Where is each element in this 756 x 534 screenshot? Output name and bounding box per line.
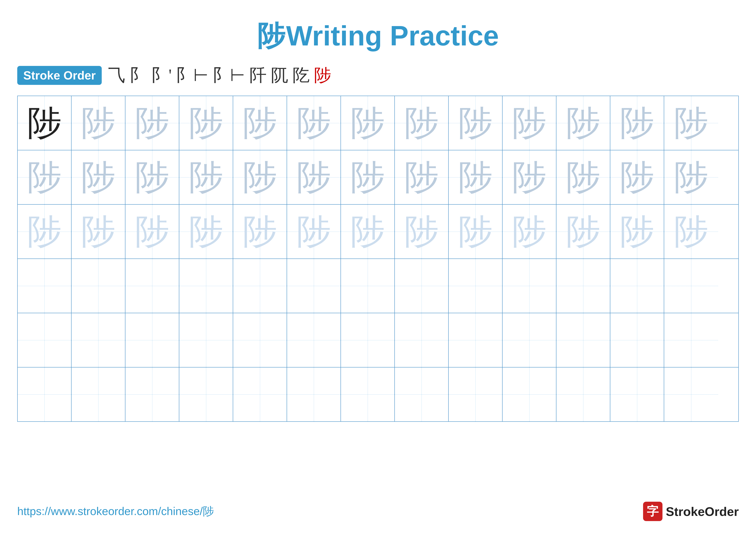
grid-cell-6-3[interactable] [125,368,179,421]
grid-cell-5-9[interactable] [449,313,502,367]
stroke-step-7: 阢 [271,64,288,87]
grid-cell-2-5[interactable]: 陟 [233,150,287,204]
grid-cell-4-9[interactable] [449,259,502,313]
grid-cell-5-12[interactable] [610,313,664,367]
grid-cell-5-2[interactable] [71,313,125,367]
stroke-steps: ⺄ 阝 阝' 阝⊢ 阝⊢ 阡 阢 阣 陟 [108,64,331,87]
grid-cell-5-13[interactable] [664,313,718,367]
stroke-order-badge: Stroke Order [17,66,102,85]
grid-cell-4-8[interactable] [395,259,449,313]
grid-cell-6-1[interactable] [18,368,71,421]
grid-cell-1-12[interactable]: 陟 [610,96,664,150]
grid-cell-6-8[interactable] [395,368,449,421]
stroke-step-8: 阣 [292,64,310,87]
char-display: 陟 [27,106,62,140]
grid-cell-3-3[interactable]: 陟 [125,205,179,259]
footer-url[interactable]: https://www.strokeorder.com/chinese/陟 [17,504,214,519]
grid-cell-4-1[interactable] [18,259,71,313]
stroke-step-4: 阝⊢ [176,64,208,87]
grid-cell-6-5[interactable] [233,368,287,421]
grid-cell-5-7[interactable] [341,313,395,367]
grid-cell-4-10[interactable] [502,259,556,313]
grid-cell-2-2[interactable]: 陟 [71,150,125,204]
grid-cell-1-9[interactable]: 陟 [449,96,502,150]
grid-cell-3-9[interactable]: 陟 [449,205,502,259]
grid-cell-6-6[interactable] [287,368,341,421]
stroke-step-3: 阝' [151,64,172,87]
grid-cell-2-11[interactable]: 陟 [556,150,610,204]
grid-cell-3-10[interactable]: 陟 [502,205,556,259]
stroke-step-6: 阡 [249,64,267,87]
grid-cell-6-12[interactable] [610,368,664,421]
grid-cell-2-9[interactable]: 陟 [449,150,502,204]
grid-cell-5-8[interactable] [395,313,449,367]
practice-grid: 陟 陟 陟 陟 陟 陟 陟 陟 陟 陟 陟 陟 陟 陟 陟 陟 陟 陟 陟 陟 … [17,96,739,422]
grid-cell-5-1[interactable] [18,313,71,367]
grid-cell-2-4[interactable]: 陟 [179,150,233,204]
grid-cell-6-13[interactable] [664,368,718,421]
grid-cell-3-11[interactable]: 陟 [556,205,610,259]
grid-row-6 [18,368,738,421]
strokeorder-logo-text: StrokeOrder [666,504,739,519]
grid-cell-2-7[interactable]: 陟 [341,150,395,204]
grid-cell-2-10[interactable]: 陟 [502,150,556,204]
grid-cell-1-6[interactable]: 陟 [287,96,341,150]
grid-cell-4-2[interactable] [71,259,125,313]
grid-cell-5-10[interactable] [502,313,556,367]
stroke-step-2: 阝 [130,64,147,87]
grid-cell-4-11[interactable] [556,259,610,313]
grid-cell-6-11[interactable] [556,368,610,421]
grid-cell-3-1[interactable]: 陟 [18,205,71,259]
title-chinese-char: 陟 [257,20,285,51]
stroke-step-5: 阝⊢ [213,64,245,87]
grid-cell-4-12[interactable] [610,259,664,313]
grid-row-5 [18,313,738,368]
grid-row-3: 陟 陟 陟 陟 陟 陟 陟 陟 陟 陟 陟 陟 陟 [18,205,738,259]
grid-cell-6-2[interactable] [71,368,125,421]
grid-row-2: 陟 陟 陟 陟 陟 陟 陟 陟 陟 陟 陟 陟 陟 [18,150,738,205]
grid-cell-2-3[interactable]: 陟 [125,150,179,204]
grid-cell-3-6[interactable]: 陟 [287,205,341,259]
grid-cell-6-9[interactable] [449,368,502,421]
grid-cell-5-6[interactable] [287,313,341,367]
grid-cell-1-13[interactable]: 陟 [664,96,718,150]
grid-cell-3-8[interactable]: 陟 [395,205,449,259]
grid-cell-5-5[interactable] [233,313,287,367]
grid-cell-1-3[interactable]: 陟 [125,96,179,150]
grid-cell-6-4[interactable] [179,368,233,421]
grid-cell-1-11[interactable]: 陟 [556,96,610,150]
grid-cell-2-6[interactable]: 陟 [287,150,341,204]
grid-cell-2-13[interactable]: 陟 [664,150,718,204]
strokeorder-logo-icon: 字 [643,502,662,521]
grid-cell-5-11[interactable] [556,313,610,367]
grid-cell-3-7[interactable]: 陟 [341,205,395,259]
grid-cell-1-8[interactable]: 陟 [395,96,449,150]
grid-cell-1-4[interactable]: 陟 [179,96,233,150]
grid-cell-1-1[interactable]: 陟 [18,96,71,150]
grid-cell-6-7[interactable] [341,368,395,421]
grid-cell-2-12[interactable]: 陟 [610,150,664,204]
grid-cell-5-4[interactable] [179,313,233,367]
grid-cell-2-1[interactable]: 陟 [18,150,71,204]
grid-cell-1-2[interactable]: 陟 [71,96,125,150]
grid-cell-1-10[interactable]: 陟 [502,96,556,150]
grid-cell-3-2[interactable]: 陟 [71,205,125,259]
grid-cell-4-6[interactable] [287,259,341,313]
grid-cell-3-12[interactable]: 陟 [610,205,664,259]
page-title: 陟 Writing Practice [0,0,756,55]
grid-cell-4-4[interactable] [179,259,233,313]
grid-cell-6-10[interactable] [502,368,556,421]
grid-cell-1-7[interactable]: 陟 [341,96,395,150]
grid-cell-4-3[interactable] [125,259,179,313]
grid-row-4 [18,259,738,313]
grid-cell-4-13[interactable] [664,259,718,313]
grid-cell-4-7[interactable] [341,259,395,313]
stroke-order-row: Stroke Order ⺄ 阝 阝' 阝⊢ 阝⊢ 阡 阢 阣 陟 [0,64,756,87]
grid-cell-2-8[interactable]: 陟 [395,150,449,204]
grid-cell-4-5[interactable] [233,259,287,313]
grid-cell-5-3[interactable] [125,313,179,367]
grid-cell-1-5[interactable]: 陟 [233,96,287,150]
grid-cell-3-4[interactable]: 陟 [179,205,233,259]
grid-cell-3-13[interactable]: 陟 [664,205,718,259]
grid-cell-3-5[interactable]: 陟 [233,205,287,259]
